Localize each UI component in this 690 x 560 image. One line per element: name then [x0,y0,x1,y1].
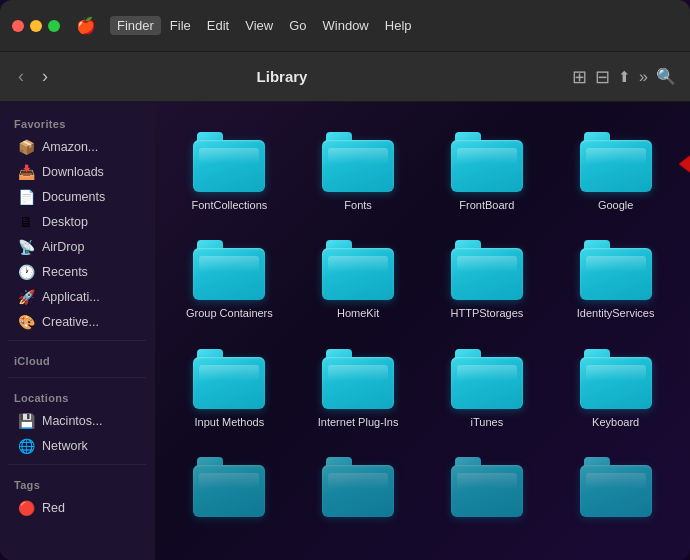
folder-identityservices[interactable]: IdentityServices [555,230,676,330]
sidebar-item-downloads[interactable]: 📥 Downloads [4,160,150,184]
sidebar-item-creative[interactable]: 🎨 Creative... [4,310,150,334]
search-icon[interactable]: 🔍 [656,67,676,86]
sidebar-label-airdrop: AirDrop [42,240,84,254]
airdrop-icon: 📡 [18,239,34,255]
minimize-button[interactable] [30,20,42,32]
folder-label: Keyboard [592,415,639,429]
folder-label: Internet Plug-Ins [318,415,399,429]
grid-view-icon[interactable]: ⊞ [572,66,587,88]
folder-label: Group Containers [186,306,273,320]
menu-help[interactable]: Help [378,16,419,35]
folder-label: IdentityServices [577,306,655,320]
sidebar-label-downloads: Downloads [42,165,104,179]
sidebar-item-desktop[interactable]: 🖥 Desktop [4,210,150,234]
folder-icon [193,240,265,300]
folder-partial-1[interactable] [169,447,290,533]
sidebar-label-red: Red [42,501,65,515]
red-arrow [676,137,690,196]
share-icon[interactable]: ⬆ [618,68,631,86]
folder-group-containers[interactable]: Group Containers [169,230,290,330]
desktop-icon: 🖥 [18,214,34,230]
more-icon[interactable]: » [639,68,648,86]
menu-finder[interactable]: Finder [110,16,161,35]
folder-icon [451,457,523,517]
folder-label: HomeKit [337,306,379,320]
sidebar-item-red[interactable]: 🔴 Red [4,496,150,520]
folder-icon [322,349,394,409]
folder-icon [580,132,652,192]
menu-file[interactable]: File [163,16,198,35]
sidebar-section-icloud: iCloud [0,347,154,371]
folder-partial-4[interactable] [555,447,676,533]
sidebar-label-applications: Applicati... [42,290,100,304]
menu-view[interactable]: View [238,16,280,35]
folder-frontboard[interactable]: FrontBoard [427,122,548,222]
sidebar-item-applications[interactable]: 🚀 Applicati... [4,285,150,309]
sidebar-label-creative: Creative... [42,315,99,329]
sidebar-divider-3 [8,464,146,465]
folder-partial-2[interactable] [298,447,419,533]
folder-icon [322,240,394,300]
svg-marker-0 [679,151,690,177]
folder-keyboard[interactable]: Keyboard [555,339,676,439]
main-content: Favorites 📦 Amazon... 📥 Downloads 📄 Docu… [0,102,690,560]
sidebar: Favorites 📦 Amazon... 📥 Downloads 📄 Docu… [0,102,155,560]
sidebar-section-favorites: Favorites [0,110,154,134]
folder-homekit[interactable]: HomeKit [298,230,419,330]
folder-partial-3[interactable] [427,447,548,533]
sidebar-item-recents[interactable]: 🕐 Recents [4,260,150,284]
maximize-button[interactable] [48,20,60,32]
sidebar-section-tags: Tags [0,471,154,495]
sidebar-label-documents: Documents [42,190,105,204]
folder-itunes[interactable]: iTunes [427,339,548,439]
folder-label: Fonts [344,198,372,212]
folder-label: iTunes [471,415,504,429]
sidebar-item-airdrop[interactable]: 📡 AirDrop [4,235,150,259]
folder-label: Input Methods [195,415,265,429]
menu-go[interactable]: Go [282,16,313,35]
menu-window[interactable]: Window [316,16,376,35]
traffic-lights [12,20,60,32]
finder-window: 🍎 Finder File Edit View Go Window Help ‹… [0,0,690,560]
red-tag-icon: 🔴 [18,500,34,516]
recents-icon: 🕐 [18,264,34,280]
folder-internet-plugins[interactable]: Internet Plug-Ins [298,339,419,439]
sidebar-item-macintosh[interactable]: 💾 Macintos... [4,409,150,433]
documents-icon: 📄 [18,189,34,205]
folder-httpstorages[interactable]: HTTPStorages [427,230,548,330]
sidebar-label-recents: Recents [42,265,88,279]
menu-edit[interactable]: Edit [200,16,236,35]
amazon-icon: 📦 [18,139,34,155]
window-title: Library [2,68,562,85]
sidebar-item-documents[interactable]: 📄 Documents [4,185,150,209]
folder-icon [193,457,265,517]
sidebar-section-locations: Locations [0,384,154,408]
folder-icon [322,457,394,517]
sidebar-label-macintosh: Macintos... [42,414,102,428]
apple-logo-icon: 🍎 [76,16,96,35]
file-area: FontCollections Fonts FrontBoard [155,102,690,560]
folder-google[interactable]: Google [555,122,676,222]
downloads-icon: 📥 [18,164,34,180]
menu-items: Finder File Edit View Go Window Help [110,16,419,35]
sidebar-label-desktop: Desktop [42,215,88,229]
close-button[interactable] [12,20,24,32]
toolbar-icons: ⊞ ⊟ ⬆ » 🔍 [572,66,676,88]
folder-input-methods[interactable]: Input Methods [169,339,290,439]
sidebar-label-amazon: Amazon... [42,140,98,154]
toolbar: ‹ › Library ⊞ ⊟ ⬆ » 🔍 [0,52,690,102]
sidebar-item-network[interactable]: 🌐 Network [4,434,150,458]
list-view-icon[interactable]: ⊟ [595,66,610,88]
folder-fonts[interactable]: Fonts [298,122,419,222]
folder-icon [451,240,523,300]
folder-icon [580,349,652,409]
file-grid: FontCollections Fonts FrontBoard [165,122,680,533]
folder-label: Google [598,198,633,212]
folder-fontcollections[interactable]: FontCollections [169,122,290,222]
creative-icon: 🎨 [18,314,34,330]
sidebar-label-network: Network [42,439,88,453]
sidebar-item-amazon[interactable]: 📦 Amazon... [4,135,150,159]
sidebar-divider-1 [8,340,146,341]
folder-label: FrontBoard [459,198,514,212]
folder-icon [193,132,265,192]
